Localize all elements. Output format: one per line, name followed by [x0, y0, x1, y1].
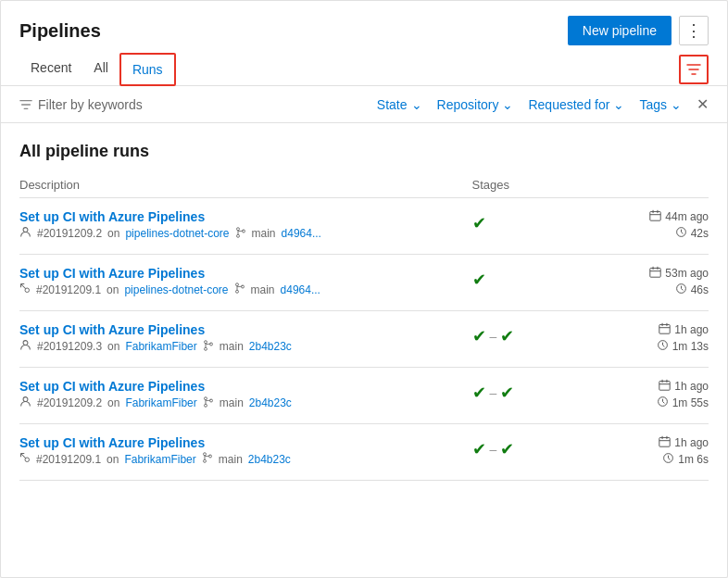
run-title[interactable]: Set up CI with Azure Pipelines [19, 435, 472, 450]
duration: 46s [691, 283, 709, 296]
svg-point-12 [23, 341, 28, 346]
tab-runs[interactable]: Runs [119, 53, 176, 86]
branch-icon [234, 283, 245, 296]
run-on-text: on [107, 453, 119, 466]
time-ago: 1h ago [674, 436, 709, 449]
stages-column-header: Stages [472, 172, 621, 198]
run-branch: main [219, 453, 243, 466]
chevron-down-icon: ⌄ [502, 97, 513, 112]
repository-filter-dropdown[interactable]: Repository ⌄ [437, 97, 514, 112]
run-repo: pipelines-dotnet-core [125, 227, 229, 240]
time-ago-row: 1h ago [621, 435, 709, 450]
stage-check-icon: ✔ [472, 326, 486, 346]
stage-check-icon: ✔ [472, 270, 486, 290]
duration: 1m 55s [672, 396, 709, 409]
svg-point-19 [204, 396, 207, 399]
run-repo: FabrikamFiber [125, 340, 196, 353]
run-number: #20191209.1 [36, 453, 101, 466]
duration-row: 46s [621, 283, 709, 297]
run-time-cell: 1h ago 1m 6s [621, 424, 709, 481]
svg-rect-28 [659, 437, 670, 446]
tab-recent[interactable]: Recent [19, 53, 82, 85]
svg-rect-22 [659, 381, 670, 390]
run-title[interactable]: Set up CI with Azure Pipelines [19, 209, 472, 224]
calendar-icon [659, 435, 671, 450]
branch-icon [202, 452, 213, 466]
section-title: All pipeline runs [19, 142, 709, 161]
run-time-cell: 1h ago 1m 13s [621, 311, 709, 368]
duration-row: 1m 55s [621, 396, 709, 410]
description-column-header: Description [19, 172, 472, 198]
chevron-down-icon: ⌄ [613, 97, 624, 112]
run-commit: d4964... [281, 283, 320, 296]
table-row: Set up CI with Azure Pipelines #20191209… [19, 255, 709, 311]
run-branch: main [220, 396, 244, 409]
svg-point-13 [204, 340, 207, 343]
duration: 1m 13s [672, 340, 709, 353]
keyword-filter[interactable]: Filter by keywords [19, 97, 362, 112]
tags-filter-dropdown[interactable]: Tags ⌄ [639, 97, 682, 112]
duration: 42s [691, 227, 709, 240]
more-options-button[interactable]: ⋮ [679, 16, 709, 45]
stages-cell: ✔ [472, 266, 621, 290]
svg-point-26 [203, 459, 206, 462]
run-commit: 2b4b23c [249, 340, 292, 353]
main-container: Pipelines New pipeline ⋮ Recent All Runs [0, 0, 728, 578]
run-title[interactable]: Set up CI with Azure Pipelines [19, 379, 472, 394]
time-ago: 1h ago [674, 380, 709, 393]
branch-icon [203, 340, 214, 354]
filter-icon-button[interactable] [679, 55, 709, 84]
svg-point-14 [204, 347, 207, 350]
run-meta: #20191209.1 on FabrikamFiber main 2b4b23… [19, 452, 472, 466]
header-actions: New pipeline ⋮ [568, 16, 709, 45]
duration-row: 1m 13s [621, 339, 709, 354]
run-description-cell: Set up CI with Azure Pipelines #20191209… [19, 368, 472, 424]
tab-all[interactable]: All [82, 53, 119, 85]
duration: 1m 6s [678, 453, 709, 466]
time-cell: 53m ago 46s [621, 266, 709, 297]
run-description-cell: Set up CI with Azure Pipelines #20191209… [19, 198, 472, 255]
stage-dash: – [490, 442, 497, 457]
time-cell: 1h ago 1m 13s [621, 322, 709, 354]
run-on-text: on [107, 396, 119, 409]
requested-for-filter-dropdown[interactable]: Requested for ⌄ [528, 97, 624, 112]
run-time-cell: 44m ago 42s [621, 198, 709, 255]
state-filter-dropdown[interactable]: State ⌄ [377, 97, 422, 112]
clock-icon [657, 396, 669, 410]
stage-dash: – [490, 329, 497, 344]
run-repo: FabrikamFiber [125, 396, 196, 409]
calendar-icon [659, 322, 671, 337]
run-stages-cell: ✔–✔ [472, 368, 621, 424]
new-pipeline-button[interactable]: New pipeline [568, 16, 672, 45]
run-stages-cell: ✔ [472, 198, 621, 255]
run-on-text: on [107, 283, 119, 296]
time-ago-row: 1h ago [621, 322, 709, 337]
table-row: Set up CI with Azure Pipelines #20191209… [19, 424, 709, 481]
svg-point-20 [204, 404, 207, 407]
svg-point-0 [23, 228, 28, 232]
svg-point-8 [235, 290, 238, 293]
svg-point-24 [25, 458, 30, 462]
filter-clear-button[interactable]: ✕ [697, 95, 709, 113]
table-row: Set up CI with Azure Pipelines #20191209… [19, 198, 709, 255]
filter-bar: Filter by keywords State ⌄ Repository ⌄ … [1, 86, 727, 123]
time-cell: 44m ago 42s [621, 209, 709, 241]
run-person-icon [19, 226, 31, 241]
table-row: Set up CI with Azure Pipelines #20191209… [19, 368, 709, 424]
run-number: #20191209.3 [37, 340, 102, 353]
run-title[interactable]: Set up CI with Azure Pipelines [19, 322, 472, 337]
chevron-down-icon: ⌄ [411, 97, 422, 112]
run-person-icon [19, 283, 31, 296]
run-number: #20191209.2 [37, 396, 102, 409]
calendar-icon [649, 266, 661, 281]
time-ago: 1h ago [674, 323, 709, 336]
header: Pipelines New pipeline ⋮ [1, 1, 727, 53]
run-number: #20191209.1 [36, 283, 101, 296]
stage-check-icon-2: ✔ [500, 383, 514, 403]
run-title[interactable]: Set up CI with Azure Pipelines [19, 266, 472, 281]
clock-icon [675, 226, 687, 241]
svg-rect-4 [650, 211, 660, 220]
stages-cell: ✔–✔ [472, 379, 621, 403]
duration-row: 1m 6s [621, 452, 709, 467]
time-ago-row: 1h ago [621, 379, 709, 394]
